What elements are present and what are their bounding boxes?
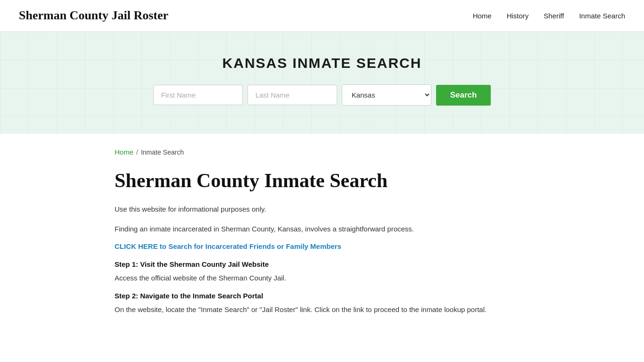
intro-para-2: Finding an inmate incarcerated in Sherma… <box>115 223 529 235</box>
first-name-input[interactable] <box>153 85 243 105</box>
step2-text: On the website, locate the "Inmate Searc… <box>115 304 529 316</box>
step2-heading: Step 2: Navigate to the Inmate Search Po… <box>115 292 529 300</box>
page-title: Sherman County Inmate Search <box>115 169 529 192</box>
breadcrumb-separator: / <box>136 148 138 156</box>
breadcrumb: Home / Inmate Search <box>115 148 529 156</box>
site-title: Sherman County Jail Roster <box>19 8 168 23</box>
nav-home[interactable]: Home <box>473 12 492 20</box>
site-header: Sherman County Jail Roster Home History … <box>0 0 644 32</box>
breadcrumb-current: Inmate Search <box>141 148 184 156</box>
nav-inmate-search[interactable]: Inmate Search <box>579 12 625 20</box>
cta-link[interactable]: CLICK HERE to Search for Incarcerated Fr… <box>115 242 341 250</box>
banner-heading: KANSAS INMATE SEARCH <box>9 55 635 71</box>
search-form: KansasAlabamaAlaskaArizonaArkansasCalifo… <box>9 84 635 106</box>
search-button[interactable]: Search <box>436 85 491 106</box>
main-nav: Home History Sheriff Inmate Search <box>473 12 625 20</box>
breadcrumb-home[interactable]: Home <box>115 148 133 156</box>
last-name-input[interactable] <box>248 85 337 105</box>
intro-para-1: Use this website for informational purpo… <box>115 203 529 215</box>
state-select[interactable]: KansasAlabamaAlaskaArizonaArkansasCalifo… <box>342 84 431 106</box>
nav-sheriff[interactable]: Sheriff <box>544 12 564 20</box>
main-content: Home / Inmate Search Sherman County Inma… <box>96 134 548 346</box>
step1-text: Access the official website of the Sherm… <box>115 272 529 284</box>
search-banner: KANSAS INMATE SEARCH KansasAlabamaAlaska… <box>0 32 644 134</box>
step1-heading: Step 1: Visit the Sherman County Jail We… <box>115 260 529 268</box>
nav-history[interactable]: History <box>507 12 529 20</box>
